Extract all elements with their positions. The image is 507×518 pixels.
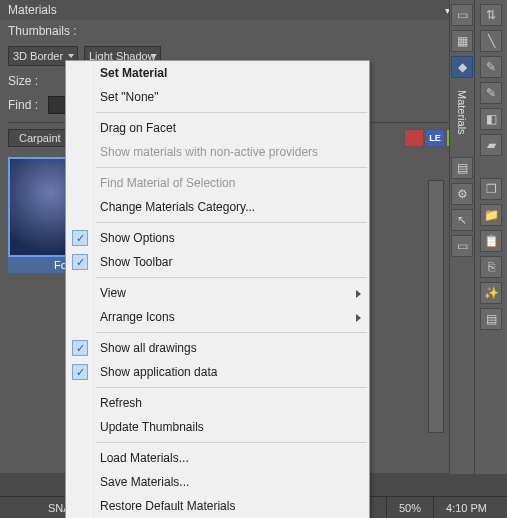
right-toolbar-inner: ▭ ▦ ◆ Materials ▤ ⚙ ↖ ▭ — [449, 0, 474, 474]
menu-separator — [96, 112, 367, 113]
thumbnails-row: Thumbnails : — [0, 20, 474, 42]
menu-separator — [96, 222, 367, 223]
tool-link-icon[interactable]: ⎘ — [480, 256, 502, 278]
menu-label: Set Material — [100, 66, 167, 80]
tool-color-icon[interactable]: ◧ — [480, 108, 502, 130]
tool-grid-icon[interactable]: ▦ — [451, 30, 473, 52]
menu-label: Restore Default Materials — [100, 499, 235, 513]
tool-gear-icon[interactable]: ⚙ — [451, 183, 473, 205]
menu-separator — [96, 387, 367, 388]
menu-label: Set "None" — [100, 90, 159, 104]
tool-note-icon[interactable]: ✎ — [480, 82, 502, 104]
tool-layers2-icon[interactable]: ▤ — [480, 308, 502, 330]
menu-label: Change Materials Category... — [100, 200, 255, 214]
menu-separator — [96, 167, 367, 168]
tool-paste-icon[interactable]: 📋 — [480, 230, 502, 252]
tool-select-rect-icon[interactable]: ▭ — [451, 235, 473, 257]
menu-label: Find Material of Selection — [100, 176, 235, 190]
tool-bucket-icon[interactable]: ▰ — [480, 134, 502, 156]
toolbar-icon-1[interactable] — [404, 129, 424, 147]
check-icon: ✓ — [72, 230, 88, 246]
menu-label: Show all drawings — [100, 341, 197, 355]
menu-label: Show materials with non-active providers — [100, 145, 318, 159]
tool-pointer-icon[interactable]: ↖ — [451, 209, 473, 231]
thumbnails-label: Thumbnails : — [8, 24, 78, 38]
find-label: Find : — [8, 98, 42, 112]
menu-show-options[interactable]: ✓Show Options — [66, 226, 369, 250]
menu-separator — [96, 277, 367, 278]
check-icon: ✓ — [72, 254, 88, 270]
menu-show-app-data[interactable]: ✓Show application data — [66, 360, 369, 384]
materials-context-menu: Set Material Set "None" Drag on Facet Sh… — [65, 60, 370, 518]
status-zoom[interactable]: 50% — [386, 497, 433, 518]
menu-arrange-icons[interactable]: Arrange Icons — [66, 305, 369, 329]
menu-label: Arrange Icons — [100, 310, 175, 324]
menu-label: Load Materials... — [100, 451, 189, 465]
chevron-right-icon — [356, 290, 361, 298]
menu-drag-on-facet[interactable]: Drag on Facet — [66, 116, 369, 140]
panel-titlebar: Materials ▾ ✕ — [0, 0, 474, 20]
tool-layers-icon[interactable]: ❐ — [480, 178, 502, 200]
tool-wand-icon[interactable]: ✨ — [480, 282, 502, 304]
panel-title-text: Materials — [8, 3, 57, 17]
tool-edit-icon[interactable]: ✎ — [480, 56, 502, 78]
menu-label: Show Options — [100, 231, 175, 245]
menu-refresh[interactable]: Refresh — [66, 391, 369, 415]
tool-materials-tab-icon[interactable]: ◆ — [451, 56, 473, 78]
menu-label: Show Toolbar — [100, 255, 173, 269]
menu-change-category[interactable]: Change Materials Category... — [66, 195, 369, 219]
menu-set-material[interactable]: Set Material — [66, 61, 369, 85]
menu-update-thumbnails[interactable]: Update Thumbnails — [66, 415, 369, 439]
menu-view[interactable]: View — [66, 281, 369, 305]
tool-ruler-icon[interactable]: ╲ — [480, 30, 502, 52]
tool-arrange-icon[interactable]: ⇅ — [480, 4, 502, 26]
menu-show-toolbar[interactable]: ✓Show Toolbar — [66, 250, 369, 274]
menu-show-non-active[interactable]: Show materials with non-active providers — [66, 140, 369, 164]
menu-save-materials[interactable]: Save Materials... — [66, 470, 369, 494]
check-icon: ✓ — [72, 340, 88, 356]
vertical-scrollbar[interactable] — [428, 180, 444, 433]
menu-label: Refresh — [100, 396, 142, 410]
menu-separator — [96, 332, 367, 333]
menu-label: Save Materials... — [100, 475, 189, 489]
tab-carpaint[interactable]: Carpaint — [8, 129, 72, 147]
menu-label: Show application data — [100, 365, 217, 379]
menu-load-materials[interactable]: Load Materials... — [66, 446, 369, 470]
menu-set-none[interactable]: Set "None" — [66, 85, 369, 109]
toolbar-icon-le[interactable]: LE — [425, 129, 445, 147]
menu-label: Update Thumbnails — [100, 420, 204, 434]
chevron-right-icon — [356, 314, 361, 322]
status-time: 4:10 PM — [433, 497, 499, 518]
tool-folder-icon[interactable]: 📁 — [480, 204, 502, 226]
menu-label: Drag on Facet — [100, 121, 176, 135]
tool-rect-icon[interactable]: ▭ — [451, 4, 473, 26]
menu-restore-defaults[interactable]: Restore Default Materials — [66, 494, 369, 518]
menu-show-all-drawings[interactable]: ✓Show all drawings — [66, 336, 369, 360]
status-sna: SNA — [8, 502, 71, 514]
menu-separator — [96, 442, 367, 443]
menu-find-selection[interactable]: Find Material of Selection — [66, 171, 369, 195]
tool-layer-small-icon[interactable]: ▤ — [451, 157, 473, 179]
right-toolbar-outer: ⇅ ╲ ✎ ✎ ◧ ▰ ❐ 📁 📋 ⎘ ✨ ▤ — [474, 0, 507, 474]
check-icon: ✓ — [72, 364, 88, 380]
materials-tab-label[interactable]: Materials — [456, 90, 468, 135]
menu-label: View — [100, 286, 126, 300]
